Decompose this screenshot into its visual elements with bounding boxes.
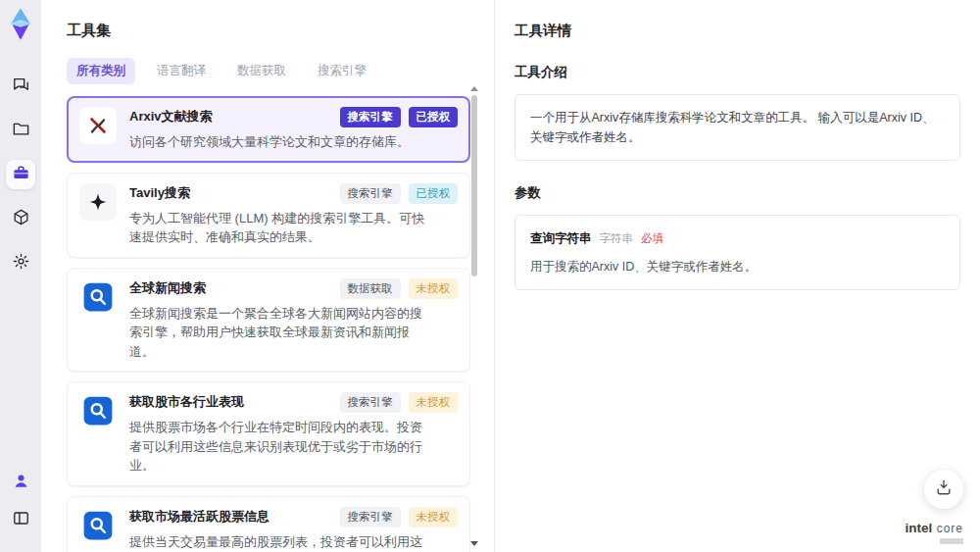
sidebar-item-tools[interactable] xyxy=(6,160,35,189)
app-logo-gem-icon xyxy=(6,7,35,42)
param-type: 字符串 xyxy=(600,229,634,247)
intro-box: 一个用于从Arxiv存储库搜索科学论文和文章的工具。 输入可以是Arxiv ID… xyxy=(514,94,960,161)
page-title: 工具集 xyxy=(67,22,494,40)
four-point-star-icon xyxy=(79,183,117,221)
cube-icon xyxy=(12,208,30,230)
tool-description: 提供当天交易量最高的股票列表，投资者可以利用这些信息来识别流动性强的股票和潜在的… xyxy=(129,532,425,552)
tool-description: 全球新闻搜索是一个聚合全球各大新闻网站内容的搜索引擎，帮助用户快速获取全球最新资… xyxy=(129,304,425,362)
tool-name: 全球新闻搜索 xyxy=(129,278,206,297)
tool-card-global-news[interactable]: 全球新闻搜索 数据获取 未授权 全球新闻搜索是一个聚合全球各大新闻网站内容的搜索… xyxy=(67,268,470,373)
folder-icon xyxy=(12,120,30,142)
tool-description: 提供股票市场各个行业在特定时间段内的表现。投资者可以利用这些信息来识别表现优于或… xyxy=(129,418,425,476)
tool-list-pane: 工具集 所有类别 语言翻译 数据获取 搜索引擎 Arxiv文献搜索 搜索引擎 已… xyxy=(41,0,495,552)
blue-search-icon xyxy=(79,507,117,544)
blue-search-icon xyxy=(79,278,117,316)
core-brand-text: core xyxy=(937,522,963,535)
left-icon-rail xyxy=(0,0,41,552)
category-badge: 搜索引擎 xyxy=(340,507,401,527)
tool-card-arxiv[interactable]: Arxiv文献搜索 搜索引擎 已授权 访问各个研究领域大量科学论文和文章的存储库… xyxy=(67,96,470,163)
download-button[interactable] xyxy=(924,470,963,509)
status-badge: 未授权 xyxy=(409,392,459,413)
param-description: 用于搜索的Arxiv ID、关键字或作者姓名。 xyxy=(530,257,945,276)
category-tabs: 所有类别 语言翻译 数据获取 搜索引擎 xyxy=(67,58,494,84)
category-badge: 数据获取 xyxy=(340,278,401,299)
status-badge: 已授权 xyxy=(409,183,459,204)
tool-name: Tavily搜索 xyxy=(129,183,190,202)
chat-icon xyxy=(12,75,30,98)
sidebar-item-account[interactable] xyxy=(6,468,35,497)
sidebar-item-collapse[interactable] xyxy=(6,505,35,534)
intel-core-logo: intel core xyxy=(905,519,963,544)
category-badge: 搜索引擎 xyxy=(340,107,401,127)
status-badge: 未授权 xyxy=(409,507,459,527)
sidebar-item-chat[interactable] xyxy=(6,72,35,101)
download-icon xyxy=(934,477,954,501)
user-icon xyxy=(12,472,30,494)
intel-logo-badge xyxy=(940,538,963,544)
category-badge: 搜索引擎 xyxy=(340,183,401,204)
scrollbar-thumb[interactable] xyxy=(471,95,477,276)
tab-search-engine[interactable]: 搜索引擎 xyxy=(308,58,376,84)
intro-heading: 工具介绍 xyxy=(514,64,960,81)
tool-name: Arxiv文献搜索 xyxy=(129,107,213,125)
app-window: 工具集 所有类别 语言翻译 数据获取 搜索引擎 Arxiv文献搜索 搜索引擎 已… xyxy=(0,0,980,552)
toolbox-icon xyxy=(12,164,30,186)
panel-toggle-icon xyxy=(12,509,30,531)
param-box: 查询字符串 字符串 必填 用于搜索的Arxiv ID、关键字或作者姓名。 xyxy=(514,215,960,290)
gear-icon xyxy=(12,252,30,275)
intel-brand-text: intel xyxy=(905,521,932,535)
detail-title: 工具详情 xyxy=(514,22,960,40)
sidebar-item-models[interactable] xyxy=(6,204,35,233)
scroll-up-arrow-icon[interactable] xyxy=(470,86,478,91)
tool-card-most-active-stocks[interactable]: 获取市场最活跃股票信息 搜索引擎 未授权 提供当天交易量最高的股票列表，投资者可… xyxy=(67,496,470,552)
tool-card-tavily[interactable]: Tavily搜索 搜索引擎 已授权 专为人工智能代理 (LLM) 构建的搜索引擎… xyxy=(67,173,470,258)
sidebar-item-settings[interactable] xyxy=(6,248,35,277)
scroll-down-arrow-icon[interactable] xyxy=(470,541,478,546)
tool-name: 获取股市各行业表现 xyxy=(129,392,244,411)
tool-description: 访问各个研究领域大量科学论文和文章的存储库。 xyxy=(129,132,425,152)
tool-detail-pane: 工具详情 工具介绍 一个用于从Arxiv存储库搜索科学论文和文章的工具。 输入可… xyxy=(495,0,980,552)
tool-name: 获取市场最活跃股票信息 xyxy=(129,507,270,526)
status-badge: 未授权 xyxy=(409,278,459,299)
status-badge: 已授权 xyxy=(409,107,459,127)
category-badge: 搜索引擎 xyxy=(340,392,401,413)
tool-card-list: Arxiv文献搜索 搜索引擎 已授权 访问各个研究领域大量科学论文和文章的存储库… xyxy=(67,96,470,552)
params-heading: 参数 xyxy=(514,184,960,202)
param-name: 查询字符串 xyxy=(530,228,592,248)
intro-text: 一个用于从Arxiv存储库搜索科学论文和文章的工具。 输入可以是Arxiv ID… xyxy=(530,111,935,144)
list-scrollbar xyxy=(470,86,479,546)
blue-search-icon xyxy=(79,392,117,429)
sidebar-item-files[interactable] xyxy=(6,116,35,145)
tab-language-translation[interactable]: 语言翻译 xyxy=(147,58,216,84)
tool-card-sector-performance[interactable]: 获取股市各行业表现 搜索引擎 未授权 提供股票市场各个行业在特定时间段内的表现。… xyxy=(67,381,470,486)
tab-data-fetch[interactable]: 数据获取 xyxy=(227,58,296,84)
tool-description: 专为人工智能代理 (LLM) 构建的搜索引擎工具。可快速提供实时、准确和真实的结… xyxy=(129,209,425,247)
param-required-label: 必填 xyxy=(641,229,663,247)
tab-all-categories[interactable]: 所有类别 xyxy=(67,58,135,84)
arxiv-x-icon xyxy=(79,107,117,144)
